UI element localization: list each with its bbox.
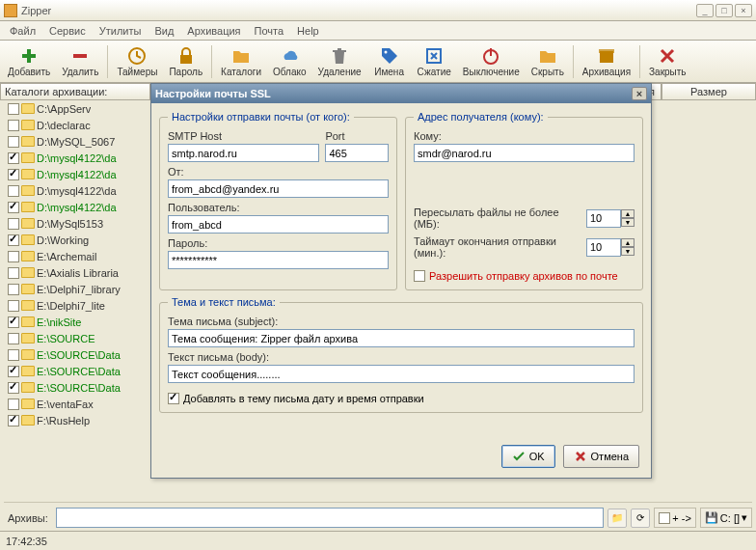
net-toggle[interactable]: + ->	[654, 508, 696, 528]
timeout-up[interactable]: ▲	[621, 238, 634, 247]
toolbar-folder-button[interactable]: Скрыть	[526, 44, 570, 79]
folder-row[interactable]: D:\MySql5153	[8, 215, 152, 232]
toolbar-archive-button[interactable]: Архивация	[577, 44, 636, 79]
folder-path: D:\mysql4122\da	[37, 152, 117, 164]
folder-row[interactable]: C:\AppServ	[8, 100, 152, 117]
folder-path: E:\Delphi7_lite	[37, 300, 105, 312]
folder-row[interactable]: E:\Axialis Libraria	[8, 264, 152, 281]
timeout-down[interactable]: ▼	[621, 247, 634, 256]
folder-row[interactable]: E:\Archemail	[8, 248, 152, 264]
folder-icon	[21, 169, 35, 179]
dialog-close-button[interactable]: ×	[632, 87, 647, 100]
menu-архивация[interactable]: Архивация	[181, 23, 246, 39]
folder-checkbox[interactable]	[8, 267, 19, 279]
maximize-button[interactable]: □	[716, 4, 733, 17]
folder-checkbox[interactable]	[8, 202, 19, 213]
port-input[interactable]	[325, 144, 389, 162]
maxsize-input[interactable]	[586, 209, 621, 228]
folder-row[interactable]: D:\Working	[8, 232, 152, 248]
folder-icon	[21, 382, 35, 393]
maxsize-up[interactable]: ▲	[621, 209, 634, 218]
refresh-icon[interactable]: ⟳	[631, 509, 650, 528]
archives-field[interactable]	[56, 508, 604, 528]
add-date-checkbox[interactable]	[168, 393, 179, 404]
toolbar-lock-button[interactable]: Пароль	[163, 44, 208, 79]
folder-checkbox[interactable]	[8, 284, 19, 295]
folder-row[interactable]: E:\SOURCE\Data	[8, 363, 152, 379]
status-bar: 17:42:35	[0, 531, 756, 550]
folder-path: E:\Axialis Libraria	[37, 267, 119, 279]
folder-checkbox[interactable]	[8, 333, 19, 344]
menu-файл[interactable]: Файл	[4, 23, 41, 39]
folder-checkbox[interactable]	[8, 136, 19, 148]
folder-row[interactable]: D:\MySQL_5067	[8, 133, 152, 150]
smtp-host-input[interactable]	[168, 144, 319, 162]
folder-checkbox[interactable]	[8, 152, 19, 164]
folder-row[interactable]: D:\mysql4122\da	[8, 150, 152, 166]
to-input[interactable]	[414, 144, 634, 162]
folder-row[interactable]: E:\Delphi7_library	[8, 281, 152, 297]
password-input[interactable]	[168, 251, 389, 269]
browse-icon[interactable]: 📁	[608, 509, 627, 528]
folder-checkbox[interactable]	[8, 103, 19, 115]
folder-checkbox[interactable]	[8, 251, 19, 262]
lock-icon	[176, 46, 196, 66]
folder-icon	[21, 185, 35, 196]
folder-row[interactable]: E:\SOURCE	[8, 330, 152, 346]
folder-checkbox[interactable]	[8, 415, 19, 426]
folder-checkbox[interactable]	[8, 218, 19, 230]
column-catalogs[interactable]: Каталоги архивации:	[0, 83, 150, 100]
body-input[interactable]	[168, 365, 634, 383]
folder-checkbox[interactable]	[8, 316, 19, 328]
toolbar-minus-button[interactable]: Удалить	[56, 44, 104, 79]
toolbar-tag-button[interactable]: Имена	[367, 44, 412, 79]
toolbar-plus-button[interactable]: Добавить	[2, 44, 56, 79]
folder-path: F:\RusHelp	[37, 415, 90, 426]
menu-help[interactable]: Help	[291, 23, 325, 39]
minimize-button[interactable]: _	[696, 4, 714, 17]
toolbar-folder-button[interactable]: Каталоги	[215, 44, 267, 79]
folder-checkbox[interactable]	[8, 234, 19, 246]
toolbar-close-button[interactable]: Закрыть	[643, 44, 692, 79]
folder-checkbox[interactable]	[8, 169, 19, 180]
menu-почта[interactable]: Почта	[249, 23, 290, 39]
folder-row[interactable]: D:\declarac	[8, 117, 152, 133]
folder-row[interactable]: E:\SOURCE\Data	[8, 379, 152, 396]
menu-сервис[interactable]: Сервис	[43, 23, 92, 39]
folder-checkbox[interactable]	[8, 300, 19, 312]
folder-checkbox[interactable]	[8, 366, 19, 377]
folder-checkbox[interactable]	[8, 399, 19, 410]
folder-checkbox[interactable]	[8, 382, 19, 394]
from-input[interactable]	[168, 179, 389, 198]
allow-send-checkbox[interactable]	[414, 270, 425, 282]
ok-button[interactable]: OK	[501, 445, 555, 468]
menu-утилиты[interactable]: Утилиты	[94, 23, 148, 39]
folder-row[interactable]: E:\ventaFax	[8, 396, 152, 412]
folder-checkbox[interactable]	[8, 120, 19, 131]
user-input[interactable]	[168, 215, 389, 234]
message-legend: Тема и текст письма:	[168, 296, 280, 308]
folder-row[interactable]: D:\mysql4122\da	[8, 182, 152, 199]
folder-row[interactable]: D:\mysql4122\da	[8, 199, 152, 215]
folder-row[interactable]: E:\nikSite	[8, 314, 152, 330]
subject-input[interactable]	[168, 329, 634, 347]
timeout-input[interactable]	[586, 238, 621, 257]
folder-row[interactable]: E:\Delphi7_lite	[8, 297, 152, 314]
toolbar-clock-button[interactable]: Таймеры	[111, 44, 163, 79]
toolbar-trash-button[interactable]: Удаление	[312, 44, 367, 79]
toolbar-cloud-button[interactable]: Облако	[267, 44, 312, 79]
folder-checkbox[interactable]	[8, 185, 19, 197]
folder-row[interactable]: D:\mysql4122\da	[8, 166, 152, 182]
cancel-button[interactable]: Отмена	[563, 445, 639, 468]
folder-row[interactable]: F:\RusHelp	[8, 412, 152, 428]
folder-row[interactable]: E:\SOURCE\Data	[8, 346, 152, 363]
toolbar-compress-button[interactable]: Сжатие	[412, 44, 457, 79]
drive-selector[interactable]: 💾 C: [] ▾	[700, 508, 752, 528]
window-close-button[interactable]: ×	[735, 4, 752, 17]
menu-вид[interactable]: Вид	[148, 23, 179, 39]
toolbar-power-button[interactable]: Выключение	[457, 44, 526, 79]
column-size[interactable]: Размер	[662, 83, 756, 100]
folder-path: E:\SOURCE\Data	[37, 349, 121, 361]
maxsize-down[interactable]: ▼	[621, 218, 634, 227]
folder-checkbox[interactable]	[8, 349, 19, 361]
